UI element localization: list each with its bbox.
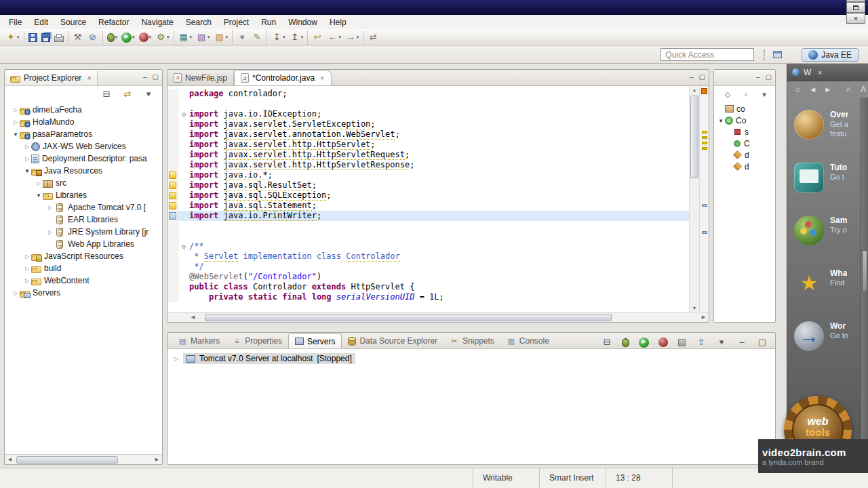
collapse-all-icon[interactable]: ⊟ [600,336,614,348]
tree-item-pasaparametros[interactable]: ▾pasaParametros [5,128,162,140]
tab-markers[interactable]: ▤Markers [172,333,226,348]
tree-item-javascript-resources[interactable]: ▷JavaScript Resources [5,250,162,262]
back-icon[interactable]: ◀ [809,85,816,94]
collapsed-arrow-icon[interactable]: ▷ [23,156,31,162]
scroll-right-icon[interactable]: ▶ [698,314,709,320]
editor-hscrollbar[interactable]: ◀ ▶ [167,312,709,322]
code-line[interactable]: ⊖/** [167,241,689,251]
hide-static-icon[interactable]: ▫ [740,88,752,100]
window-restore-button[interactable] [846,2,865,13]
outline-minimize-icon[interactable]: – [756,73,760,81]
scroll-right-icon[interactable]: ▶ [152,457,162,462]
tree-item-holamundo[interactable]: ▷HolaMundo [5,116,162,128]
search-icon[interactable]: ⌖ [235,31,249,43]
minimize-view-icon[interactable]: – [735,336,749,348]
expand-arrow-icon[interactable]: ▷ [173,356,180,362]
collapsed-arrow-icon[interactable]: ▷ [23,253,31,260]
scrollbar-thumb[interactable] [16,456,118,464]
scroll-up-icon[interactable]: ▲ [690,87,699,92]
build-icon[interactable]: ⚒ [71,31,85,43]
tree-item-ear-libraries[interactable]: EAR Libraries [5,214,162,226]
window-close-button[interactable]: × [846,13,865,24]
mark-occurrences-icon[interactable]: ✎ [250,31,264,43]
overview-summary-icon[interactable] [701,88,707,94]
collapsed-arrow-icon[interactable]: ▷ [46,205,54,211]
menu-refactor[interactable]: Refactor [92,16,135,29]
tree-item-webcontent[interactable]: ▷WebContent [5,274,162,287]
menu-run[interactable]: Run [255,16,282,29]
next-annotation-icon[interactable]: ↧▾ [270,31,287,43]
menu-project[interactable]: Project [218,16,255,29]
outline-item-d[interactable]: d [714,149,775,161]
menu-file[interactable]: File [3,16,28,29]
code-line[interactable]: import java.io.*; [167,170,689,180]
code-line[interactable]: import java.io.PrintWriter; [167,211,689,221]
code-line[interactable]: import java.sql.ResultSet; [167,180,689,190]
collapsed-arrow-icon[interactable]: ▷ [35,180,43,186]
debug-server-icon[interactable] [620,338,631,348]
scrollbar-thumb[interactable] [862,250,867,292]
external-tools-icon[interactable]: ⚙▾ [154,31,171,43]
fold-collapse-icon[interactable]: ⊖ [178,109,189,119]
expanded-arrow-icon[interactable]: ▾ [35,192,43,199]
warning-overview-mark[interactable] [702,131,707,134]
profile-server-icon[interactable] [657,337,669,348]
code-line[interactable]: import javax.servlet.http.HttpServletReq… [167,150,689,160]
new-wizard-icon[interactable]: ✦▾ [4,31,21,43]
code-line[interactable]: import javax.servlet.ServletException; [167,119,689,129]
code-line[interactable]: import java.sql.SQLException; [167,190,689,201]
last-edit-location-icon[interactable]: ↩ [311,31,324,43]
skip-breakpoints-icon[interactable]: ⊘ [86,31,100,43]
expanded-arrow-icon[interactable]: ▾ [717,117,725,124]
profile-icon[interactable]: ▾ [138,32,153,43]
editor-maximize-icon[interactable]: ▢ [699,73,705,81]
previous-annotation-icon[interactable]: ↥▾ [288,31,305,43]
code-line[interactable] [167,221,689,231]
tree-item-web-app-libraries[interactable]: Web App Libraries [5,238,162,250]
code-line[interactable]: public class Controlador extends HttpSer… [167,282,689,292]
code-line[interactable]: import javax.servlet.annotation.WebServl… [167,129,689,140]
collapsed-arrow-icon[interactable]: ▷ [23,144,31,150]
collapsed-arrow-icon[interactable]: ▷ [12,107,20,113]
welcome-item-wor[interactable]: →WorGo to [794,321,859,351]
collapsed-arrow-icon[interactable]: ▷ [12,290,20,296]
save-all-icon[interactable] [40,33,52,43]
perspective-bar-grip[interactable] [764,49,767,60]
project-explorer-tab[interactable]: Project Explorer × [5,70,98,85]
outline-item-c[interactable]: C [714,138,775,149]
tree-item-build[interactable]: ▷build [5,262,162,274]
outline-item-co[interactable]: ▾CCo [714,115,775,126]
tab-data-source-explorer[interactable]: Data Source Explorer [342,333,443,348]
info-overview-mark[interactable] [702,231,707,234]
forward-icon[interactable]: →▾ [344,31,361,43]
print-icon[interactable] [53,33,65,43]
menu-search[interactable]: Search [180,16,218,29]
tab-properties[interactable]: ≡Properties [226,333,288,348]
menu-edit[interactable]: Edit [28,16,54,29]
code-editor[interactable]: package controlador;⊖import java.io.IOEx… [167,86,689,312]
collapsed-arrow-icon[interactable]: ▷ [46,229,54,235]
scrollbar-track[interactable] [198,313,698,322]
close-icon[interactable]: × [818,68,822,77]
open-perspective-icon[interactable] [772,50,783,59]
server-row[interactable]: ▷ Tomcat v7.0 Server at localhost [Stopp… [173,352,775,365]
tree-item-servers[interactable]: ▷Servers [5,287,162,299]
new-jsp-icon[interactable]: ▨▾ [213,31,230,43]
stop-server-icon[interactable] [676,338,688,348]
code-line[interactable] [167,99,689,109]
quick-access-input[interactable]: Quick Access [660,48,754,61]
menu-source[interactable]: Source [54,16,92,29]
code-line[interactable]: ⊖import java.io.IOException; [167,109,689,119]
sort-icon[interactable]: ⇅ [713,88,715,100]
new-servlet-icon[interactable]: ▦▾ [177,31,194,43]
expanded-arrow-icon[interactable]: ▾ [12,131,20,138]
editor-minimize-icon[interactable]: – [690,73,694,81]
outline-item-co[interactable]: co [714,103,775,115]
outline-item-s[interactable]: s [714,126,775,138]
scrollbar-track[interactable] [15,455,152,464]
view-menu-icon[interactable]: ▾ [142,88,155,100]
expanded-arrow-icon[interactable]: ▾ [23,167,31,174]
welcome-item-sam[interactable]: SamTry o [794,216,859,245]
maximize-view-icon[interactable]: ▢ [755,336,769,348]
code-line[interactable]: @WebServlet("/Controlador") [167,272,689,282]
